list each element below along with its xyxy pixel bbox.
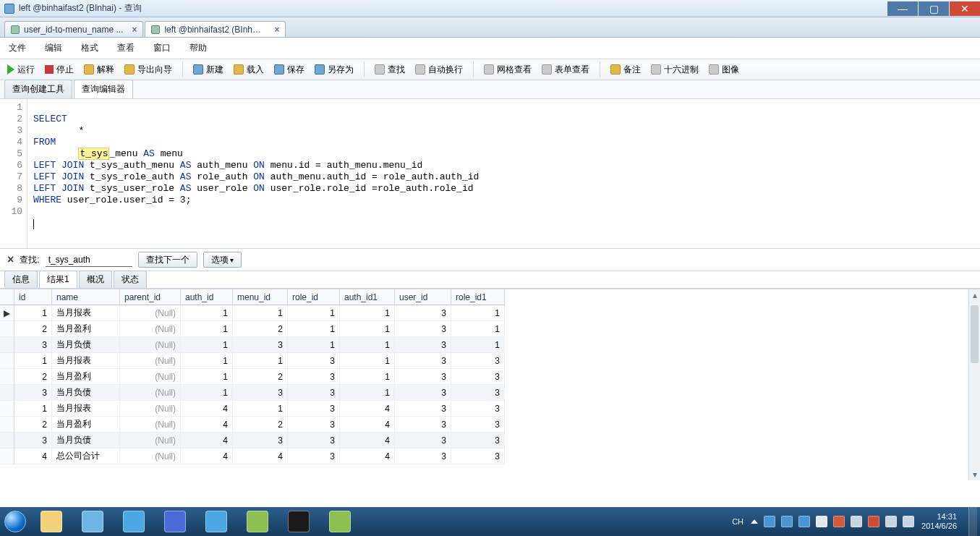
- cell-id[interactable]: 1: [14, 305, 52, 321]
- maximize-button[interactable]: ▢: [919, 1, 949, 16]
- btn-hex[interactable]: 十六进制: [648, 61, 702, 77]
- code-area[interactable]: SELECT * FROM t_sys_menu AS menu LEFT JO…: [27, 99, 980, 248]
- tab-info[interactable]: 信息: [4, 271, 38, 288]
- btn-explain[interactable]: 解释: [81, 61, 117, 77]
- btn-load[interactable]: 载入: [231, 61, 267, 77]
- cell-auth_id[interactable]: 4: [181, 448, 233, 464]
- u-icon[interactable]: [868, 516, 879, 527]
- cell-name[interactable]: 当月盈利: [52, 417, 120, 433]
- tab-profile[interactable]: 概况: [79, 271, 112, 288]
- cell-parent_id[interactable]: (Null): [120, 337, 181, 353]
- col-header-role_id1[interactable]: role_id1: [451, 289, 505, 305]
- cell-user_id[interactable]: 3: [395, 417, 451, 433]
- btn-run[interactable]: 运行: [4, 61, 38, 77]
- scroll-thumb[interactable]: [971, 305, 979, 363]
- cell-parent_id[interactable]: (Null): [120, 433, 181, 448]
- menu-help[interactable]: 帮助: [189, 42, 207, 54]
- cell-role_id1[interactable]: 1: [451, 337, 505, 353]
- btn-formview[interactable]: 表单查看: [539, 61, 592, 77]
- btn-save[interactable]: 保存: [271, 61, 307, 77]
- taskbar-app-explorer[interactable]: [31, 507, 72, 536]
- cell-user_id[interactable]: 3: [395, 337, 451, 353]
- cell-role_id1[interactable]: 3: [451, 353, 505, 369]
- taskbar-app-ie[interactable]: [114, 507, 154, 536]
- cell-parent_id[interactable]: (Null): [120, 417, 181, 433]
- cell-role_id1[interactable]: 1: [451, 321, 505, 337]
- btn-autowrap[interactable]: 自动换行: [412, 61, 466, 77]
- cell-auth_id1[interactable]: 4: [340, 401, 395, 417]
- cell-role_id[interactable]: 3: [288, 353, 340, 369]
- cell-auth_id1[interactable]: 1: [340, 337, 395, 353]
- cell-role_id[interactable]: 1: [288, 337, 340, 353]
- cell-auth_id[interactable]: 4: [181, 417, 233, 433]
- cell-id[interactable]: 2: [14, 369, 52, 385]
- taskbar-app-pinwheel[interactable]: [155, 507, 195, 536]
- tab-query-builder[interactable]: 查询创建工具: [4, 80, 72, 98]
- cell-user_id[interactable]: 3: [395, 385, 451, 401]
- scroll-down[interactable]: ▾: [969, 469, 980, 480]
- col-header-name[interactable]: name: [52, 289, 120, 305]
- cell-menu_id[interactable]: 1: [233, 353, 288, 369]
- cell-menu_id[interactable]: 4: [233, 448, 288, 464]
- col-header-menu_id[interactable]: menu_id: [233, 289, 288, 305]
- chevron-up[interactable]: [751, 519, 758, 524]
- cell-auth_id[interactable]: 1: [181, 385, 233, 401]
- cell-menu_id[interactable]: 2: [233, 417, 288, 433]
- menu-edit[interactable]: 编辑: [45, 42, 62, 54]
- find-input[interactable]: [46, 252, 132, 267]
- cell-name[interactable]: 当月负债: [52, 337, 120, 353]
- cell-menu_id[interactable]: 3: [233, 433, 288, 448]
- col-header-parent_id[interactable]: parent_id: [120, 289, 181, 305]
- cell-menu_id[interactable]: 2: [233, 321, 288, 337]
- cell-parent_id[interactable]: (Null): [120, 305, 181, 321]
- cell-menu_id[interactable]: 3: [233, 337, 288, 353]
- cell-menu_id[interactable]: 3: [233, 385, 288, 401]
- btn-new[interactable]: 新建: [190, 61, 226, 77]
- cell-auth_id1[interactable]: 1: [340, 385, 395, 401]
- col-header-auth_id1[interactable]: auth_id1: [340, 289, 395, 305]
- close-tab-1[interactable]: ×: [274, 25, 279, 35]
- cell-role_id1[interactable]: 1: [451, 305, 505, 321]
- tab-query-editor[interactable]: 查询编辑器: [74, 80, 133, 98]
- menu-file[interactable]: 文件: [9, 42, 26, 54]
- find-options-button[interactable]: 选项: [203, 252, 242, 268]
- help-icon[interactable]: [798, 516, 810, 527]
- btn-notes[interactable]: 备注: [608, 61, 644, 77]
- keyboard-icon[interactable]: [781, 516, 793, 527]
- tray-clock[interactable]: 14:31 2014/6/26: [921, 512, 961, 531]
- cell-role_id1[interactable]: 3: [451, 385, 505, 401]
- cell-auth_id[interactable]: 1: [181, 353, 233, 369]
- ime-language[interactable]: CH: [732, 517, 743, 526]
- cell-user_id[interactable]: 3: [395, 321, 451, 337]
- cell-auth_id[interactable]: 1: [181, 369, 233, 385]
- cell-role_id1[interactable]: 3: [451, 433, 505, 448]
- cell-auth_id[interactable]: 4: [181, 433, 233, 448]
- taskbar-app-ps[interactable]: [278, 507, 319, 536]
- taskbar-app-browser-globe[interactable]: [72, 507, 113, 536]
- cell-role_id1[interactable]: 3: [451, 369, 505, 385]
- cell-name[interactable]: 当月报表: [52, 353, 120, 369]
- cell-name[interactable]: 当月盈利: [52, 321, 120, 337]
- cell-id[interactable]: 3: [14, 433, 52, 448]
- cell-name[interactable]: 当月盈利: [52, 369, 120, 385]
- cell-name[interactable]: 当月报表: [52, 401, 120, 417]
- cell-auth_id[interactable]: 1: [181, 337, 233, 353]
- cell-name[interactable]: 当月报表: [52, 305, 120, 321]
- cell-id[interactable]: 1: [14, 353, 52, 369]
- cell-menu_id[interactable]: 1: [233, 401, 288, 417]
- cell-role_id1[interactable]: 3: [451, 417, 505, 433]
- close-findbar[interactable]: ×: [7, 253, 14, 266]
- scroll-up[interactable]: ▴: [969, 289, 980, 301]
- cell-parent_id[interactable]: (Null): [120, 401, 181, 417]
- net-icon[interactable]: [851, 516, 862, 527]
- cell-role_id[interactable]: 3: [288, 448, 340, 464]
- cell-parent_id[interactable]: (Null): [120, 385, 181, 401]
- cell-user_id[interactable]: 3: [395, 369, 451, 385]
- btn-image[interactable]: 图像: [706, 61, 742, 77]
- cell-role_id[interactable]: 1: [288, 321, 340, 337]
- show-desktop[interactable]: [968, 507, 977, 536]
- cell-role_id[interactable]: 1: [288, 305, 340, 321]
- cell-auth_id[interactable]: 1: [181, 305, 233, 321]
- cell-id[interactable]: 3: [14, 337, 52, 353]
- result-grid[interactable]: idnameparent_idauth_idmenu_idrole_idauth…: [0, 289, 980, 464]
